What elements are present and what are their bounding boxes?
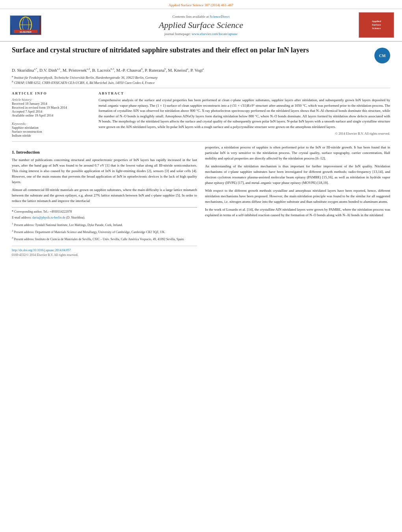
available-date: Available online 19 April 2014 xyxy=(12,113,91,117)
keyword-1: Sapphire nitridation xyxy=(12,126,91,130)
elsevier-logo: ELSEVIER xyxy=(8,15,43,35)
journal-homepage: journal homepage: www.elsevier.com/locat… xyxy=(43,32,359,36)
crossmark-badge: CM xyxy=(374,48,390,63)
body-left-col: 1. Introduction The number of publicatio… xyxy=(12,145,197,258)
body-right-p1: properties, a nitridation process of sap… xyxy=(205,145,390,161)
logo-row: ELSEVIER Contents lists available at Sci… xyxy=(0,9,402,42)
journal-citation: Applied Surface Science 307 (2014) 461–4… xyxy=(169,3,234,7)
footnote-email: E-mail address: daria@physik.tu-berlin.d… xyxy=(12,215,197,220)
footnotes: * Corresponding author. Tel.: +493031422… xyxy=(12,207,197,242)
page: Applied Surface Science 307 (2014) 461–4… xyxy=(0,0,402,532)
journal-logo-right: AppliedSurfaceScience xyxy=(359,12,394,38)
body-right-col: properties, a nitridation process of sap… xyxy=(205,145,390,258)
elsevier-image: ELSEVIER xyxy=(10,15,41,35)
article-title: Surface and crystal structure of nitrida… xyxy=(12,46,374,55)
article-info-col: ARTICLE INFO Article history: Received 1… xyxy=(12,91,91,137)
affiliation-b: b CIMAP, UMR 6252, CNRS-ENSICAEN-CEA-UCB… xyxy=(12,80,390,85)
abstract-text: Comprehensive analysis of the surface an… xyxy=(99,98,390,130)
copyright: © 2014 Elsevier B.V. All rights reserved… xyxy=(99,132,390,135)
doi-link[interactable]: http://dx.doi.org/10.1016/j.apsusc.2014.… xyxy=(12,248,71,252)
issn-line: 0169-4332/© 2014 Elsevier B.V. All right… xyxy=(12,253,78,257)
article-content: Surface and crystal structure of nitrida… xyxy=(0,42,402,262)
footnote-3: 3 Present address: Instituto de Ciencia … xyxy=(12,236,197,242)
body-right-p2: An understanding of the nitridation mech… xyxy=(205,164,390,186)
keyword-2: Surface reconstruction xyxy=(12,130,91,133)
abstract-header: ABSTRACT xyxy=(99,91,390,95)
footnote-star: * Corresponding author. Tel.: +493031422… xyxy=(12,209,197,214)
journal-citation-header: Applied Surface Science 307 (2014) 461–4… xyxy=(0,0,402,9)
divider-2 xyxy=(12,141,390,142)
doi-section: http://dx.doi.org/10.1016/j.apsusc.2014.… xyxy=(12,246,197,258)
received-date: Received 18 January 2014 xyxy=(12,102,91,106)
revised-date: Received in revised form 19 March 2014 xyxy=(12,106,91,109)
journal-center: Contents lists available at ScienceDirec… xyxy=(43,15,359,36)
svg-text:ELSEVIER: ELSEVIER xyxy=(20,31,32,33)
footnote-1: 1 Present address: Tyndall National Inst… xyxy=(12,222,197,228)
journal-title: Applied Surface Science xyxy=(43,20,359,30)
body-right-p4: In the work of Losurdo et al. [14], the … xyxy=(205,207,390,218)
body-content: 1. Introduction The number of publicatio… xyxy=(12,145,390,258)
title-section: Surface and crystal structure of nitrida… xyxy=(12,46,390,63)
body-paragraph-1: The number of publications concerning st… xyxy=(12,158,197,185)
keyword-3: Indium nitride xyxy=(12,133,91,137)
history-label: Article history: xyxy=(12,98,91,102)
abstract-col: ABSTRACT Comprehensive analysis of the s… xyxy=(99,91,390,137)
accepted-date: Accepted 7 April 2014 xyxy=(12,109,91,113)
keywords-label: Keywords: xyxy=(12,122,91,126)
authors-line: D. Skuridinaa,*, D.V. Dinha,1, M. Pristo… xyxy=(12,67,390,72)
divider-1 xyxy=(12,88,390,88)
info-abstract-row: ARTICLE INFO Article history: Received 1… xyxy=(12,91,390,137)
footnote-2: 2 Present address: Department of Materia… xyxy=(12,229,197,235)
section1-title: 1. Introduction xyxy=(12,149,197,156)
article-info-header: ARTICLE INFO xyxy=(12,91,91,95)
contents-line: Contents lists available at ScienceDirec… xyxy=(43,15,359,19)
affiliation-a: a Institut für Festkörperphysik, Technis… xyxy=(12,75,390,80)
body-paragraph-2: Almost all commercial III-nitride materi… xyxy=(12,187,197,204)
right-logo-text: AppliedSurfaceScience xyxy=(372,20,381,30)
body-right-p3: With respect to the different growth met… xyxy=(205,188,390,205)
journal-homepage-link[interactable]: www.elsevier.com/locate/apsusc xyxy=(192,32,238,36)
sciencedirect-link[interactable]: ScienceDirect xyxy=(210,15,229,19)
